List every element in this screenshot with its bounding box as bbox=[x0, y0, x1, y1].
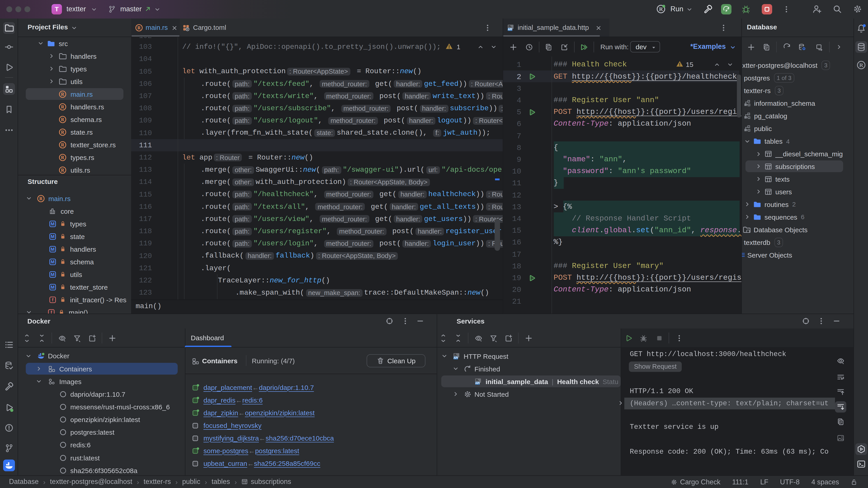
svg-text:R: R bbox=[659, 6, 663, 12]
svg-text:R: R bbox=[859, 62, 863, 68]
